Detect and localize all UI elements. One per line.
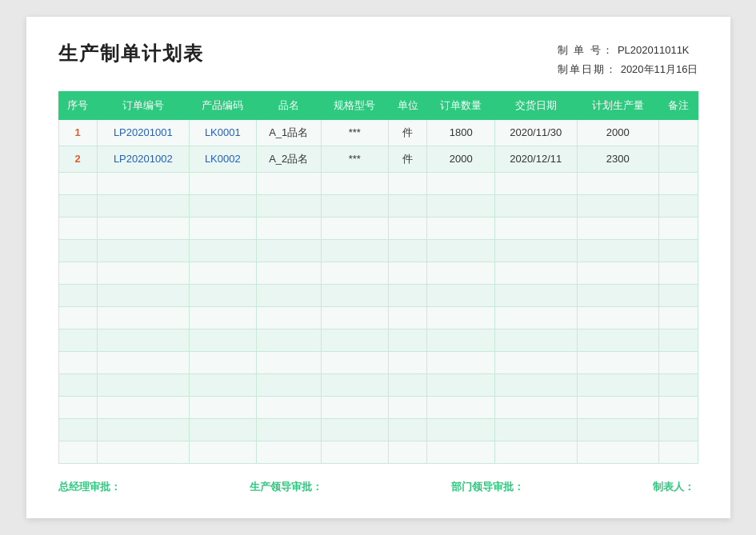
cell-qty — [427, 262, 494, 284]
cell-order_no — [97, 373, 189, 396]
footer-item: 总经理审批： — [58, 480, 124, 494]
cell-order_no — [97, 217, 189, 239]
cell-spec — [321, 172, 388, 194]
cell-unit — [389, 194, 427, 217]
cell-seq — [58, 239, 97, 262]
cell-unit: 件 — [389, 119, 427, 146]
cell-remark — [658, 217, 698, 239]
cell-product_code — [189, 194, 256, 217]
cell-product_code — [189, 373, 256, 396]
cell-remark — [658, 119, 698, 146]
cell-product_code: LK0002 — [189, 146, 256, 172]
cell-qty — [427, 396, 494, 418]
cell-product_code — [189, 329, 256, 351]
table-header-cell: 规格型号 — [321, 91, 388, 119]
cell-remark — [658, 306, 698, 329]
cell-qty — [427, 284, 494, 306]
cell-remark — [658, 329, 698, 351]
cell-spec — [321, 217, 388, 239]
cell-spec — [321, 284, 388, 306]
table-header-cell: 产品编码 — [189, 91, 256, 119]
table-row — [58, 306, 698, 329]
cell-order_no: LP20201001 — [97, 119, 189, 146]
footer-item: 生产领导审批： — [250, 480, 326, 494]
cell-order_no — [97, 329, 189, 351]
meta-date-row: 制单日期： 2020年11月16日 — [558, 60, 698, 78]
cell-spec — [321, 373, 388, 396]
cell-qty — [427, 194, 494, 217]
cell-remark — [658, 396, 698, 418]
cell-spec — [321, 329, 388, 351]
cell-spec — [321, 396, 388, 418]
cell-delivery — [494, 194, 577, 217]
table-header-cell: 单位 — [389, 91, 427, 119]
footer-item: 部门领导审批： — [451, 480, 527, 494]
cell-delivery: 2020/11/30 — [494, 119, 577, 146]
cell-order_no — [97, 194, 189, 217]
cell-delivery — [494, 373, 577, 396]
cell-remark — [658, 284, 698, 306]
table-row — [58, 262, 698, 284]
order-no-value: PL202011011K — [618, 41, 690, 59]
cell-spec — [321, 194, 388, 217]
cell-order_no — [97, 418, 189, 441]
cell-remark — [658, 239, 698, 262]
cell-remark — [658, 351, 698, 373]
cell-name — [257, 217, 322, 239]
cell-spec — [321, 441, 388, 463]
cell-delivery — [494, 418, 577, 441]
cell-plan_qty — [577, 217, 658, 239]
cell-seq — [58, 441, 97, 463]
cell-order_no — [97, 441, 189, 463]
cell-product_code — [189, 396, 256, 418]
cell-delivery — [494, 329, 577, 351]
cell-name — [257, 194, 322, 217]
cell-seq — [58, 217, 97, 239]
cell-plan_qty — [577, 373, 658, 396]
cell-name — [257, 418, 322, 441]
cell-unit — [389, 306, 427, 329]
cell-plan_qty — [577, 329, 658, 351]
table-header-cell: 交货日期 — [494, 91, 577, 119]
footer-item: 制表人： — [653, 480, 698, 494]
cell-name: A_1品名 — [257, 119, 322, 146]
cell-qty — [427, 418, 494, 441]
cell-seq — [58, 284, 97, 306]
cell-seq: 2 — [58, 146, 97, 172]
cell-remark — [658, 146, 698, 172]
cell-qty — [427, 373, 494, 396]
cell-plan_qty: 2000 — [577, 119, 658, 146]
cell-remark — [658, 194, 698, 217]
cell-seq — [58, 351, 97, 373]
cell-product_code — [189, 262, 256, 284]
cell-delivery — [494, 217, 577, 239]
cell-unit — [389, 172, 427, 194]
cell-spec: *** — [321, 146, 388, 172]
cell-order_no — [97, 262, 189, 284]
footer-section: 总经理审批：生产领导审批：部门领导审批：制表人： — [58, 480, 698, 494]
cell-plan_qty — [577, 239, 658, 262]
cell-seq — [58, 306, 97, 329]
table-row — [58, 373, 698, 396]
cell-plan_qty — [577, 262, 658, 284]
cell-unit — [389, 351, 427, 373]
cell-spec — [321, 306, 388, 329]
table-row: 1LP20201001LK0001A_1品名***件18002020/11/30… — [58, 119, 698, 146]
cell-seq: 1 — [58, 119, 97, 146]
page-title: 生产制单计划表 — [58, 41, 204, 66]
footer-label: 部门领导审批： — [451, 480, 524, 494]
cell-seq — [58, 194, 97, 217]
order-no-label: 制 单 号： — [558, 41, 614, 59]
cell-plan_qty — [577, 396, 658, 418]
cell-spec — [321, 351, 388, 373]
cell-plan_qty: 2300 — [577, 146, 658, 172]
cell-order_no — [97, 239, 189, 262]
cell-delivery — [494, 284, 577, 306]
cell-qty — [427, 441, 494, 463]
cell-plan_qty — [577, 306, 658, 329]
footer-label: 总经理审批： — [58, 480, 121, 494]
cell-name — [257, 239, 322, 262]
page-container: 生产制单计划表 制 单 号： PL202011011K 制单日期： 2020年1… — [26, 17, 730, 518]
table-row — [58, 284, 698, 306]
cell-unit — [389, 239, 427, 262]
